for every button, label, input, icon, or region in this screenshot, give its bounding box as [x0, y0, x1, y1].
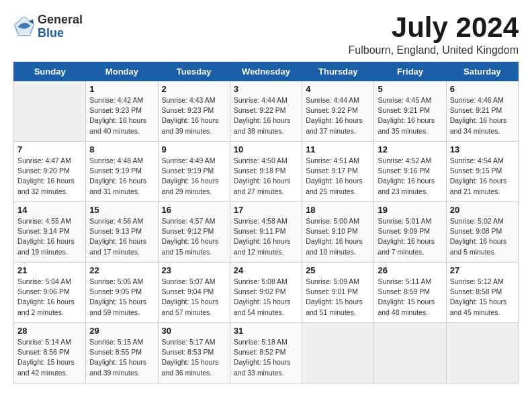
- calendar-cell: 21Sunrise: 5:04 AM Sunset: 9:06 PM Dayli…: [14, 263, 86, 323]
- day-number: 6: [450, 84, 515, 94]
- calendar-cell: 22Sunrise: 5:05 AM Sunset: 9:05 PM Dayli…: [86, 263, 158, 323]
- day-number: 28: [17, 326, 82, 336]
- logo-text: General Blue: [38, 13, 83, 40]
- day-number: 9: [162, 144, 226, 154]
- day-info: Sunrise: 4:48 AM Sunset: 9:19 PM Dayligh…: [89, 156, 154, 197]
- day-info: Sunrise: 5:01 AM Sunset: 9:09 PM Dayligh…: [378, 216, 442, 257]
- calendar-cell: 16Sunrise: 4:57 AM Sunset: 9:12 PM Dayli…: [158, 202, 230, 263]
- day-info: Sunrise: 4:56 AM Sunset: 9:13 PM Dayligh…: [89, 216, 154, 257]
- calendar-cell: 3Sunrise: 4:44 AM Sunset: 9:22 PM Daylig…: [230, 81, 302, 142]
- day-info: Sunrise: 4:54 AM Sunset: 9:15 PM Dayligh…: [450, 156, 515, 197]
- day-number: 1: [89, 84, 154, 94]
- day-number: 13: [450, 144, 515, 154]
- day-info: Sunrise: 5:08 AM Sunset: 9:02 PM Dayligh…: [234, 277, 298, 318]
- calendar-cell: 14Sunrise: 4:55 AM Sunset: 9:14 PM Dayli…: [14, 202, 86, 263]
- header-monday: Monday: [86, 62, 158, 81]
- day-number: 4: [306, 84, 370, 94]
- calendar-cell: 30Sunrise: 5:17 AM Sunset: 8:53 PM Dayli…: [158, 323, 230, 383]
- day-number: 26: [378, 265, 442, 275]
- day-number: 3: [234, 84, 298, 94]
- calendar-cell: [302, 323, 374, 383]
- week-row-4: 21Sunrise: 5:04 AM Sunset: 9:06 PM Dayli…: [14, 263, 519, 323]
- day-number: 23: [162, 265, 226, 275]
- day-info: Sunrise: 5:11 AM Sunset: 8:59 PM Dayligh…: [378, 277, 442, 318]
- location: Fulbourn, England, United Kingdom: [349, 44, 519, 56]
- day-info: Sunrise: 5:09 AM Sunset: 9:01 PM Dayligh…: [306, 277, 370, 318]
- day-info: Sunrise: 4:44 AM Sunset: 9:22 PM Dayligh…: [306, 95, 370, 136]
- day-number: 30: [162, 326, 226, 336]
- day-info: Sunrise: 5:17 AM Sunset: 8:53 PM Dayligh…: [162, 337, 226, 378]
- day-number: 22: [89, 265, 154, 275]
- day-info: Sunrise: 5:18 AM Sunset: 8:52 PM Dayligh…: [234, 337, 298, 378]
- day-info: Sunrise: 5:15 AM Sunset: 8:55 PM Dayligh…: [89, 337, 154, 378]
- header-friday: Friday: [374, 62, 446, 81]
- day-info: Sunrise: 4:44 AM Sunset: 9:22 PM Dayligh…: [234, 95, 298, 136]
- day-info: Sunrise: 5:14 AM Sunset: 8:56 PM Dayligh…: [17, 337, 82, 378]
- calendar-cell: 27Sunrise: 5:12 AM Sunset: 8:58 PM Dayli…: [446, 263, 518, 323]
- day-info: Sunrise: 4:55 AM Sunset: 9:14 PM Dayligh…: [17, 216, 82, 257]
- day-info: Sunrise: 4:46 AM Sunset: 9:21 PM Dayligh…: [450, 95, 515, 136]
- header-thursday: Thursday: [302, 62, 374, 81]
- day-number: 29: [89, 326, 154, 336]
- calendar-cell: 1Sunrise: 4:42 AM Sunset: 9:23 PM Daylig…: [86, 81, 158, 142]
- calendar-cell: 2Sunrise: 4:43 AM Sunset: 9:23 PM Daylig…: [158, 81, 230, 142]
- day-number: 31: [234, 326, 298, 336]
- day-number: 20: [450, 205, 515, 215]
- day-info: Sunrise: 4:43 AM Sunset: 9:23 PM Dayligh…: [162, 95, 226, 136]
- day-number: 19: [378, 205, 442, 215]
- calendar-cell: 5Sunrise: 4:45 AM Sunset: 9:21 PM Daylig…: [374, 81, 446, 142]
- calendar-cell: [14, 81, 86, 142]
- header-row: SundayMondayTuesdayWednesdayThursdayFrid…: [14, 62, 519, 81]
- day-number: 5: [378, 84, 442, 94]
- calendar-cell: 6Sunrise: 4:46 AM Sunset: 9:21 PM Daylig…: [446, 81, 518, 142]
- day-info: Sunrise: 4:51 AM Sunset: 9:17 PM Dayligh…: [306, 156, 370, 197]
- calendar-cell: 4Sunrise: 4:44 AM Sunset: 9:22 PM Daylig…: [302, 81, 374, 142]
- day-info: Sunrise: 5:00 AM Sunset: 9:10 PM Dayligh…: [306, 216, 370, 257]
- calendar-cell: [374, 323, 446, 383]
- calendar-cell: 10Sunrise: 4:50 AM Sunset: 9:18 PM Dayli…: [230, 142, 302, 202]
- header-sunday: Sunday: [14, 62, 86, 81]
- day-number: 8: [89, 144, 154, 154]
- day-number: 27: [450, 265, 515, 275]
- calendar-cell: 25Sunrise: 5:09 AM Sunset: 9:01 PM Dayli…: [302, 263, 374, 323]
- day-number: 14: [17, 205, 82, 215]
- calendar-cell: 23Sunrise: 5:07 AM Sunset: 9:04 PM Dayli…: [158, 263, 230, 323]
- month-title: July 2024: [349, 13, 519, 42]
- calendar-cell: 24Sunrise: 5:08 AM Sunset: 9:02 PM Dayli…: [230, 263, 302, 323]
- calendar-cell: 15Sunrise: 4:56 AM Sunset: 9:13 PM Dayli…: [86, 202, 158, 263]
- calendar-cell: 26Sunrise: 5:11 AM Sunset: 8:59 PM Dayli…: [374, 263, 446, 323]
- calendar-cell: 7Sunrise: 4:47 AM Sunset: 9:20 PM Daylig…: [14, 142, 86, 202]
- day-number: 12: [378, 144, 442, 154]
- week-row-5: 28Sunrise: 5:14 AM Sunset: 8:56 PM Dayli…: [14, 323, 519, 383]
- day-number: 21: [17, 265, 82, 275]
- day-info: Sunrise: 4:47 AM Sunset: 9:20 PM Dayligh…: [17, 156, 82, 197]
- calendar-cell: 19Sunrise: 5:01 AM Sunset: 9:09 PM Dayli…: [374, 202, 446, 263]
- day-info: Sunrise: 4:52 AM Sunset: 9:16 PM Dayligh…: [378, 156, 442, 197]
- calendar-cell: 11Sunrise: 4:51 AM Sunset: 9:17 PM Dayli…: [302, 142, 374, 202]
- calendar-cell: 13Sunrise: 4:54 AM Sunset: 9:15 PM Dayli…: [446, 142, 518, 202]
- calendar-header: SundayMondayTuesdayWednesdayThursdayFrid…: [14, 62, 519, 81]
- day-number: 11: [306, 144, 370, 154]
- day-info: Sunrise: 4:42 AM Sunset: 9:23 PM Dayligh…: [89, 95, 154, 136]
- logo: General Blue: [13, 13, 83, 40]
- calendar-cell: 17Sunrise: 4:58 AM Sunset: 9:11 PM Dayli…: [230, 202, 302, 263]
- calendar-cell: 12Sunrise: 4:52 AM Sunset: 9:16 PM Dayli…: [374, 142, 446, 202]
- page-header: General Blue July 2024 Fulbourn, England…: [13, 13, 519, 56]
- day-info: Sunrise: 5:04 AM Sunset: 9:06 PM Dayligh…: [17, 277, 82, 318]
- calendar-cell: 9Sunrise: 4:49 AM Sunset: 9:19 PM Daylig…: [158, 142, 230, 202]
- day-info: Sunrise: 4:45 AM Sunset: 9:21 PM Dayligh…: [378, 95, 442, 136]
- day-info: Sunrise: 5:07 AM Sunset: 9:04 PM Dayligh…: [162, 277, 226, 318]
- week-row-2: 7Sunrise: 4:47 AM Sunset: 9:20 PM Daylig…: [14, 142, 519, 202]
- day-number: 15: [89, 205, 154, 215]
- day-number: 2: [162, 84, 226, 94]
- title-block: July 2024 Fulbourn, England, United King…: [349, 13, 519, 56]
- calendar-cell: 20Sunrise: 5:02 AM Sunset: 9:08 PM Dayli…: [446, 202, 518, 263]
- week-row-1: 1Sunrise: 4:42 AM Sunset: 9:23 PM Daylig…: [14, 81, 519, 142]
- calendar-cell: 8Sunrise: 4:48 AM Sunset: 9:19 PM Daylig…: [86, 142, 158, 202]
- header-wednesday: Wednesday: [230, 62, 302, 81]
- header-saturday: Saturday: [446, 62, 518, 81]
- calendar-cell: 31Sunrise: 5:18 AM Sunset: 8:52 PM Dayli…: [230, 323, 302, 383]
- calendar-table: SundayMondayTuesdayWednesdayThursdayFrid…: [13, 62, 519, 383]
- logo-blue: Blue: [38, 27, 83, 40]
- day-number: 18: [306, 205, 370, 215]
